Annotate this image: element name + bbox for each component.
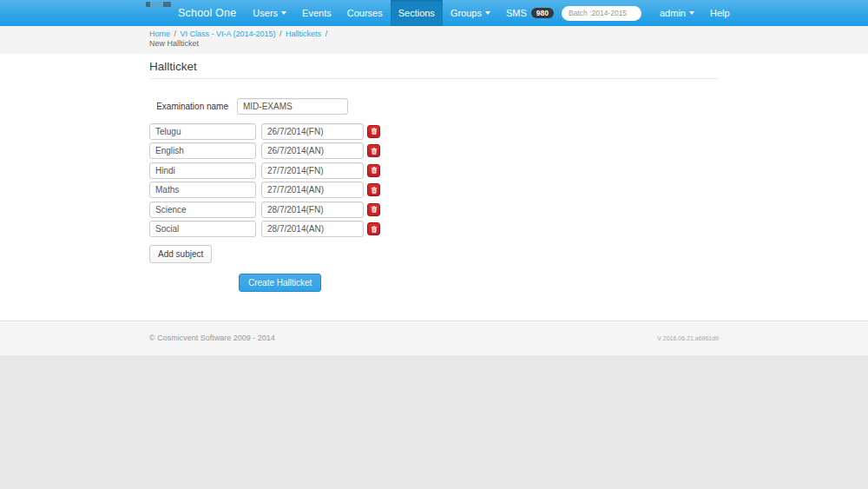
nav-item-admin[interactable]: admin	[652, 0, 702, 26]
trash-icon	[371, 206, 378, 213]
batch-search-input[interactable]	[562, 6, 641, 21]
breadcrumb-separator: /	[278, 30, 285, 38]
subject-list	[149, 123, 719, 238]
trash-icon	[371, 187, 378, 194]
subject-name-input[interactable]	[149, 182, 256, 198]
subject-row	[149, 123, 719, 140]
trash-icon	[371, 226, 378, 233]
delete-subject-button[interactable]	[367, 203, 380, 216]
caret-down-icon	[281, 11, 286, 15]
caret-down-icon	[689, 11, 694, 15]
subject-name-input[interactable]	[149, 162, 256, 179]
subject-date-input[interactable]	[261, 202, 364, 218]
subject-name-input[interactable]	[149, 221, 256, 237]
delete-subject-button[interactable]	[367, 144, 380, 157]
breadcrumb-link[interactable]: VI Class - VI-A (2014-2015)	[181, 30, 276, 38]
examination-name-label: Examination name	[149, 102, 228, 111]
examination-name-input[interactable]	[237, 98, 348, 115]
version-text: V 2016.06.21.a6961d9	[657, 334, 719, 342]
add-subject-button[interactable]: Add subject	[149, 245, 212, 263]
main-nav: Users Events Courses Sections Groups SMS…	[245, 0, 562, 26]
nav-item-courses[interactable]: Courses	[339, 0, 391, 26]
user-nav: admin Help	[652, 0, 738, 26]
subject-row	[149, 162, 719, 179]
brand-link[interactable]: School One	[178, 7, 236, 19]
subject-date-input[interactable]	[261, 182, 364, 198]
create-hallticket-button[interactable]: Create Hallticket	[239, 274, 321, 292]
subject-date-input[interactable]	[261, 162, 364, 179]
subject-name-input[interactable]	[149, 142, 256, 159]
nav-item-label: Sections	[398, 8, 435, 18]
nav-item-sms[interactable]: SMS980	[498, 0, 562, 26]
nav-item-groups[interactable]: Groups	[443, 0, 498, 26]
hallticket-form: Examination name	[149, 98, 719, 292]
nav-item-help[interactable]: Help	[702, 0, 738, 26]
nav-item-label: Groups	[450, 8, 482, 18]
nav-item-label: Events	[302, 8, 332, 18]
nav-item-label: Courses	[347, 8, 383, 18]
delete-subject-button[interactable]	[367, 222, 380, 235]
breadcrumb-current: New Hallticket	[149, 39, 199, 48]
batch-search-form	[562, 6, 641, 21]
footer: © Cosmicvent Software 2009 - 2014 V 2016…	[0, 320, 868, 355]
copyright-text: © Cosmicvent Software 2009 - 2014	[149, 334, 275, 342]
page-title: Hallticket	[149, 54, 719, 73]
breadcrumb-separator: /	[323, 30, 327, 38]
subject-date-input[interactable]	[261, 123, 364, 140]
nav-item-events[interactable]: Events	[294, 0, 339, 26]
nav-item-users[interactable]: Users	[245, 0, 294, 26]
subject-name-input[interactable]	[149, 202, 256, 218]
subject-date-input[interactable]	[261, 221, 364, 237]
breadcrumb-link[interactable]: Home	[149, 30, 170, 38]
trash-icon	[371, 148, 378, 155]
title-divider	[149, 78, 719, 79]
screen-artifact	[146, 2, 171, 7]
nav-item-label: Help	[710, 8, 730, 18]
delete-subject-button[interactable]	[367, 125, 380, 138]
breadcrumb: Home / VI Class - VI-A (2014-2015) / Hal…	[149, 30, 328, 50]
nav-item-label: SMS	[506, 8, 527, 18]
subject-row	[149, 182, 719, 198]
top-navbar: School One Users Events Courses Sections…	[0, 0, 868, 26]
subject-row	[149, 221, 719, 237]
caret-down-icon	[485, 11, 490, 15]
nav-item-label: Users	[253, 8, 278, 18]
main-content: Hallticket Examination name	[0, 54, 868, 320]
nav-item-sections[interactable]: Sections	[391, 0, 443, 26]
breadcrumb-separator: /	[172, 30, 179, 38]
breadcrumb-link[interactable]: Halltickets	[286, 30, 321, 38]
delete-subject-button[interactable]	[367, 183, 380, 196]
trash-icon	[371, 128, 378, 135]
delete-subject-button[interactable]	[367, 164, 380, 177]
subject-name-input[interactable]	[149, 123, 256, 140]
subject-row	[149, 202, 719, 218]
breadcrumb-strip: Home / VI Class - VI-A (2014-2015) / Hal…	[0, 26, 868, 54]
subject-date-input[interactable]	[261, 142, 364, 159]
trash-icon	[371, 167, 378, 174]
subject-row	[149, 142, 719, 159]
sms-count-badge: 980	[531, 8, 554, 18]
nav-item-label: admin	[660, 8, 686, 18]
